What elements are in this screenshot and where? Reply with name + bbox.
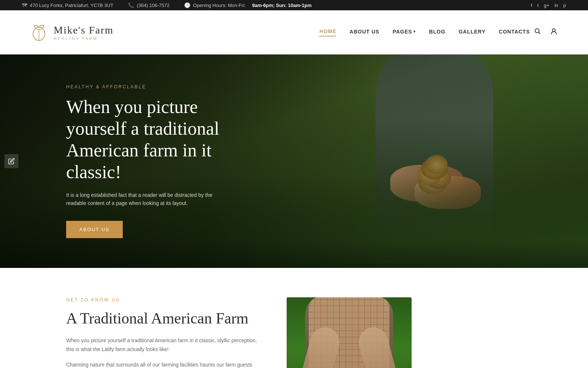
nav-contacts[interactable]: CONTACTS (499, 29, 530, 36)
logo-title: Mike's Farm (54, 24, 114, 36)
nav-pages[interactable]: PAGES ▾ (392, 29, 416, 36)
hero-cta-button[interactable]: ABOUT US (66, 221, 123, 238)
about-image (287, 297, 412, 368)
svg-line-3 (539, 32, 541, 34)
svg-point-4 (552, 29, 555, 32)
logo-icon (29, 23, 49, 42)
address-text: 470 Lucy Forks, Patriciafurt, YC7B 3UT (30, 3, 113, 8)
top-bar: 🗺 470 Lucy Forks, Patriciafurt, YC7B 3UT… (0, 0, 588, 10)
svg-point-2 (535, 29, 539, 33)
nav-blog[interactable]: BLOG (429, 29, 445, 36)
hours-bold: 9am-6pm; Sun: 10am-1pm (252, 3, 312, 8)
about-content: GET TO KNOW US A Traditional American Fa… (66, 297, 257, 368)
hours-label: Opening Hours: Mon-Fri: (193, 3, 245, 8)
clock-icon: 🕐 (184, 2, 190, 8)
social-googleplus[interactable]: g+ (544, 3, 549, 8)
logo-subtitle: Healthy Farm (54, 36, 114, 40)
hero-eyebrow: HEALTHY & AFFORCLABLE (66, 84, 257, 89)
hero-content: HEALTHY & AFFORCLABLE When you picture y… (66, 84, 257, 238)
search-button[interactable] (533, 26, 542, 38)
nav-gallery[interactable]: GALLERY (459, 29, 485, 36)
hours-info: 🕐 Opening Hours: Mon-Fri: 9am-6pm; Sun: … (184, 2, 312, 8)
about-title: A Traditional American Farm (66, 309, 257, 328)
hero-section: HEALTHY & AFFORCLABLE When you picture y… (0, 54, 588, 268)
social-twitter[interactable]: t (537, 3, 539, 8)
social-instagram[interactable]: in (555, 3, 558, 8)
about-para-2: Charming nature that surrounds all of ou… (66, 361, 257, 368)
nav-home[interactable]: HOME (319, 28, 336, 36)
about-para-1: When you picture yourself a traditional … (66, 336, 257, 354)
header: Mike's Farm Healthy Farm HOME ABOUT US P… (0, 10, 588, 54)
main-nav: HOME ABOUT US PAGES ▾ BLOG GALLERY CONTA… (319, 28, 530, 36)
edit-icon[interactable] (4, 154, 18, 168)
nav-icon-group (533, 26, 559, 38)
logo[interactable]: Mike's Farm Healthy Farm (29, 23, 114, 42)
phone-text: (364) 106-7572 (137, 3, 169, 8)
hero-title: When you picture yourself a traditional … (66, 96, 257, 183)
address-info: 🗺 470 Lucy Forks, Patriciafurt, YC7B 3UT (22, 2, 113, 8)
about-section: GET TO KNOW US A Traditional American Fa… (0, 268, 588, 368)
phone-icon: 📞 (128, 2, 134, 8)
map-icon: 🗺 (22, 2, 27, 8)
hero-description: It is a long established fact that a rea… (66, 191, 220, 208)
nav-about[interactable]: ABOUT US (349, 29, 379, 36)
social-pinterest[interactable]: p (563, 3, 566, 8)
about-eyebrow: GET TO KNOW US (66, 297, 257, 302)
chevron-down-icon: ▾ (413, 29, 416, 33)
social-facebook[interactable]: f (531, 3, 533, 8)
user-button[interactable] (549, 26, 559, 38)
social-links: f t g+ in p (531, 3, 588, 8)
phone-info: 📞 (364) 106-7572 (128, 2, 169, 8)
